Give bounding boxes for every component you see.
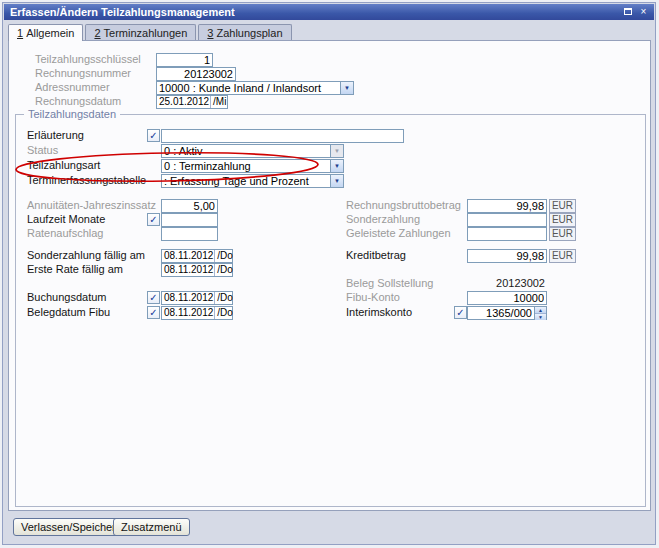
kreditbetrag-input[interactable] — [467, 249, 547, 263]
fibu-konto-label: Fibu-Konto — [346, 291, 400, 304]
chevron-down-icon[interactable]: ▼ — [340, 82, 353, 94]
date-value: 08.11.2012 — [162, 292, 214, 304]
tab-terminzahlungen[interactable]: 2Terminzahlungen — [85, 24, 196, 40]
erlaeuterung-input[interactable] — [161, 129, 404, 143]
maximize-icon — [624, 8, 632, 15]
status-value: 0 : Aktiv — [162, 145, 330, 157]
group-title: Teilzahlungsdaten — [24, 108, 120, 121]
tab-zahlungsplan[interactable]: 3Zahlungsplan — [198, 24, 291, 40]
currency-unit-label: EUR — [549, 249, 576, 263]
rechnungsbruttobetrag-label: Rechnungsbruttobetrag — [346, 199, 461, 212]
teilzahlungsschluessel-input[interactable] — [156, 53, 213, 67]
buchungsdatum-label: Buchungsdatum — [27, 291, 107, 304]
spinner-down-icon[interactable]: ▼ — [535, 314, 546, 320]
buchungsdatum-check-button[interactable]: ✓ — [147, 291, 160, 304]
tab-content-allgemein: Teilzahlungsdaten Teilzahlungsschlüssel … — [8, 40, 651, 511]
rechnungsbruttobetrag-input[interactable] — [467, 199, 547, 213]
spinner[interactable]: ▲ ▼ — [534, 307, 546, 319]
interimskonto-field[interactable]: 1365/000 ▲ ▼ — [467, 306, 547, 320]
date-value: 08.11.2012 — [162, 250, 214, 262]
erlaeuterung-check-button[interactable]: ✓ — [147, 129, 160, 142]
erlaeuterung-label: Erläuterung — [27, 129, 84, 142]
sonderzahlung-faellig-am-label: Sonderzahlung fällig am — [27, 249, 145, 262]
erste-rate-faellig-am-label: Erste Rate fällig am — [27, 263, 123, 276]
check-icon: ✓ — [149, 130, 157, 141]
title-bar[interactable]: Erfassen/Ändern Teilzahlungsmanagement × — [4, 4, 654, 20]
teilzahlungsart-label: Teilzahlungsart — [27, 159, 100, 172]
tab-number: 1 — [17, 27, 23, 39]
geleistete-zahlungen-label: Geleistete Zahlungen — [346, 227, 451, 240]
window-controls: × — [621, 6, 650, 18]
chevron-down-icon[interactable]: ▼ — [330, 160, 343, 172]
laufzeit-monate-check-button[interactable]: ✓ — [147, 213, 160, 226]
rechnungsnummer-input[interactable] — [156, 67, 236, 81]
sonderzahlung-input[interactable] — [467, 213, 547, 227]
interimskonto-label: Interimskonto — [346, 306, 412, 319]
beleg-sollstellung-label: Beleg Sollstellung — [346, 277, 433, 290]
laufzeit-monate-input[interactable] — [161, 213, 218, 227]
weekday-value: /Do — [214, 307, 235, 319]
rechnungsnummer-label: Rechnungsnummer — [35, 67, 131, 80]
tab-number: 2 — [94, 27, 100, 39]
date-value: 08.11.2012 — [162, 264, 214, 276]
laufzeit-monate-label: Laufzeit Monate — [27, 213, 105, 226]
check-icon: ✓ — [149, 214, 157, 225]
tab-label: Zahlungsplan — [216, 27, 282, 39]
date-value: 25.01.2012 — [157, 96, 210, 108]
tab-label: Allgemein — [26, 27, 74, 39]
terminerfassungstabelle-value: : Erfassung Tage und Prozent — [162, 175, 330, 187]
beleg-sollstellung-value: 20123002 — [467, 277, 545, 290]
chevron-down-icon[interactable]: ▼ — [330, 175, 343, 187]
zusatzmenu-button[interactable]: Zusatzmenü — [113, 518, 190, 536]
terminerfassungstabelle-combo[interactable]: : Erfassung Tage und Prozent ▼ — [161, 174, 344, 188]
check-icon: ✓ — [149, 292, 157, 303]
close-icon: × — [641, 6, 647, 17]
close-button[interactable]: × — [637, 6, 650, 18]
currency-unit-label: EUR — [549, 199, 576, 213]
status-combo: 0 : Aktiv ▼ — [161, 144, 344, 158]
kreditbetrag-label: Kreditbetrag — [346, 249, 406, 262]
currency-unit-label: EUR — [549, 213, 576, 227]
adressnummer-label: Adressnummer — [35, 81, 110, 94]
currency-unit-label: EUR — [549, 227, 576, 241]
interimskonto-value: 1365/000 — [468, 307, 534, 319]
annuitaeten-jahreszinssatz-input[interactable] — [161, 199, 218, 213]
erste-rate-faellig-am-field[interactable]: 08.11.2012 /Do — [161, 263, 233, 277]
buchungsdatum-field[interactable]: 08.11.2012 /Do — [161, 291, 233, 305]
terminerfassungstabelle-label: Terminerfassungstabelle — [27, 174, 146, 187]
sonderzahlung-faellig-am-field[interactable]: 08.11.2012 /Do — [161, 249, 233, 263]
teilzahlungsart-value: 0 : Terminzahlung — [162, 160, 330, 172]
teilzahlungsart-combo[interactable]: 0 : Terminzahlung ▼ — [161, 159, 344, 173]
weekday-value: /Do — [214, 264, 235, 276]
adressnummer-combo[interactable]: 10000 : Kunde Inland / Inlandsort ▼ — [156, 81, 354, 95]
fibu-konto-input[interactable] — [467, 291, 547, 305]
tab-number: 3 — [207, 27, 213, 39]
spinner-up-icon[interactable]: ▲ — [535, 307, 546, 314]
tab-bar: 1Allgemein 2Terminzahlungen 3Zahlungspla… — [8, 24, 294, 41]
rechnungsdatum-field[interactable]: 25.01.2012 /Mi — [156, 95, 228, 109]
annuitaeten-jahreszinssatz-label: Annuitäten-Jahreszinssatz — [27, 199, 156, 212]
ratenaufschlag-input[interactable] — [161, 227, 218, 241]
belegdatum-fibu-check-button[interactable]: ✓ — [147, 306, 160, 319]
adressnummer-value: 10000 : Kunde Inland / Inlandsort — [157, 82, 340, 94]
tab-label: Terminzahlungen — [104, 27, 188, 39]
belegdatum-fibu-label: Belegdatum Fibu — [27, 306, 110, 319]
chevron-down-icon: ▼ — [330, 145, 343, 157]
tab-allgemein[interactable]: 1Allgemein — [8, 24, 83, 41]
check-icon: ✓ — [149, 307, 157, 318]
check-icon: ✓ — [456, 307, 464, 318]
geleistete-zahlungen-input[interactable] — [467, 227, 547, 241]
interimskonto-check-button[interactable]: ✓ — [454, 306, 467, 319]
weekday-value: /Do — [214, 292, 235, 304]
maximize-button[interactable] — [621, 6, 634, 18]
sonderzahlung-label: Sonderzahlung — [346, 213, 420, 226]
teilzahlungsschluessel-label: Teilzahlungsschlüssel — [35, 53, 141, 66]
rechnungsdatum-label: Rechnungsdatum — [35, 95, 121, 108]
belegdatum-fibu-field[interactable]: 08.11.2012 /Do — [161, 306, 233, 320]
window-title: Erfassen/Ändern Teilzahlungsmanagement — [10, 6, 235, 18]
weekday-value: /Mi — [210, 96, 228, 108]
weekday-value: /Do — [214, 250, 235, 262]
ratenaufschlag-label: Ratenaufschlag — [27, 227, 103, 240]
status-label: Status — [27, 144, 58, 157]
date-value: 08.11.2012 — [162, 307, 214, 319]
